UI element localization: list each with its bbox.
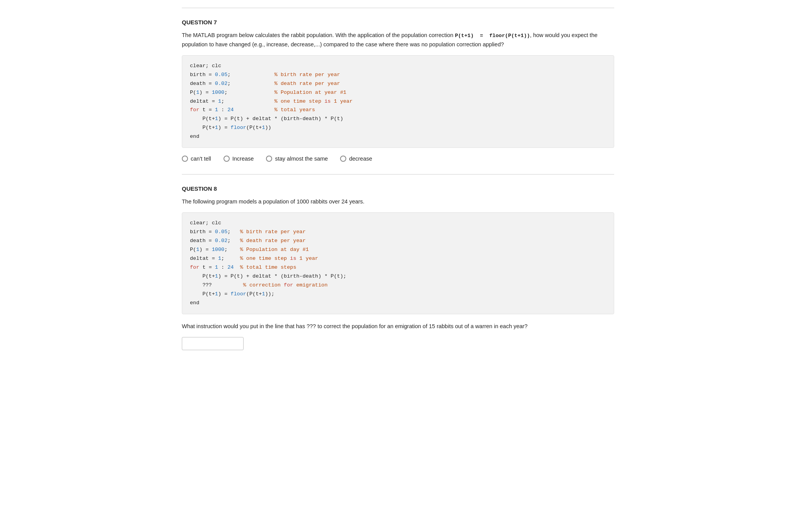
code-line: clear; clc — [190, 62, 606, 71]
radio-option-decrease[interactable]: decrease — [340, 156, 372, 162]
code-line: P(1) = 1000; % Population at day #1 — [190, 246, 606, 254]
question-7-code: clear; clc birth = 0.05; % birth rate pe… — [182, 55, 614, 148]
code-line: end — [190, 299, 606, 308]
question-7-radio-group: can't tell Increase stay almost the same… — [182, 156, 614, 162]
code-line: death = 0.02; % death rate per year — [190, 80, 606, 88]
question-8-title: QUESTION 8 — [182, 185, 614, 192]
code-line: P(t+1) = P(t) + deltat * (birth-death) *… — [190, 115, 606, 124]
page-container: QUESTION 7 The MATLAB program below calc… — [166, 0, 630, 370]
code-line: deltat = 1; % one time step is 1 year — [190, 97, 606, 106]
code-line: for t = 1 : 24 % total time steps — [190, 263, 606, 272]
code-line: for t = 1 : 24 % total years — [190, 106, 606, 115]
radio-circle — [266, 156, 272, 162]
radio-label-cant-tell: can't tell — [191, 156, 211, 162]
question-8-code: clear; clc birth = 0.05; % birth rate pe… — [182, 212, 614, 314]
q7-inline-code: P(t+1) = floor(P(t+1)) — [455, 33, 530, 39]
radio-circle — [182, 156, 188, 162]
question-8-bottom-text: What instruction would you put in the li… — [182, 322, 614, 331]
code-line: clear; clc — [190, 219, 606, 228]
code-line: death = 0.02; % death rate per year — [190, 237, 606, 246]
code-line: ??? % correction for emigration — [190, 281, 606, 290]
radio-label-increase: Increase — [232, 156, 254, 162]
code-line: birth = 0.05; % birth rate per year — [190, 71, 606, 80]
question-7-block: QUESTION 7 The MATLAB program below calc… — [182, 8, 614, 174]
code-line: deltat = 1; % one time step is 1 year — [190, 254, 606, 263]
code-line: P(t+1) = floor(P(t+1)); — [190, 290, 606, 299]
question-8-block: QUESTION 8 The following program models … — [182, 174, 614, 363]
radio-option-stay-same[interactable]: stay almost the same — [266, 156, 328, 162]
code-line: end — [190, 132, 606, 141]
radio-label-decrease: decrease — [349, 156, 372, 162]
code-line: P(t+1) = P(t) + deltat * (birth-death) *… — [190, 272, 606, 281]
code-line: birth = 0.05; % birth rate per year — [190, 228, 606, 237]
radio-option-increase[interactable]: Increase — [224, 156, 254, 162]
question-8-answer-input[interactable] — [182, 337, 244, 350]
radio-option-cant-tell[interactable]: can't tell — [182, 156, 211, 162]
question-7-title: QUESTION 7 — [182, 19, 614, 25]
radio-label-stay-same: stay almost the same — [275, 156, 328, 162]
radio-circle — [224, 156, 230, 162]
code-line: P(t+1) = floor(P(t+1)) — [190, 124, 606, 132]
radio-circle — [340, 156, 346, 162]
question-8-description: The following program models a populatio… — [182, 197, 614, 206]
code-line: P(1) = 1000; % Population at year #1 — [190, 88, 606, 97]
question-7-text: The MATLAB program below calculates the … — [182, 31, 614, 49]
